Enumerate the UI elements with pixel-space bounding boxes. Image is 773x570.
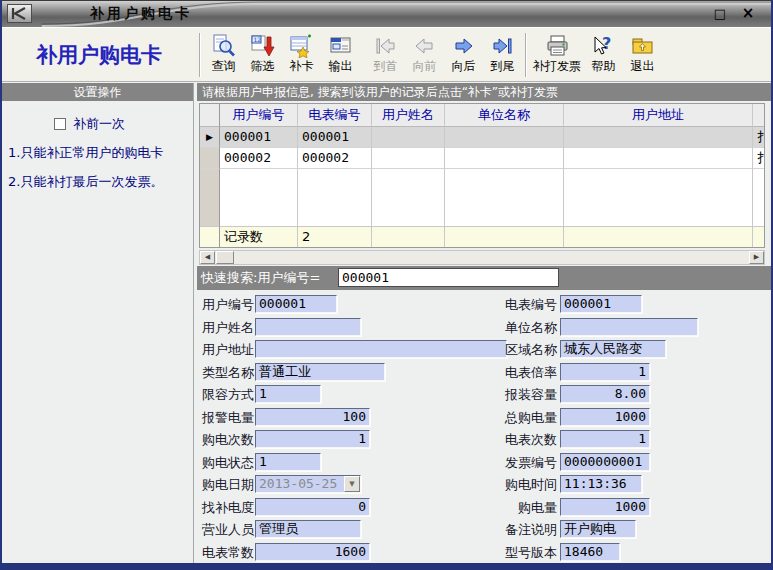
cell-user-id: 000001 <box>220 127 298 148</box>
reissue-card-button[interactable]: 补卡 <box>282 32 321 77</box>
go-prev-button[interactable]: 向前 <box>405 32 444 77</box>
field-user-name[interactable] <box>255 318 361 336</box>
reprint-invoice-button-label: 补打发票 <box>533 58 581 75</box>
field-area-name[interactable]: 城东人民路变 <box>560 340 666 358</box>
scroll-left-button[interactable]: ◀ <box>200 251 215 264</box>
column-header-meter-id[interactable]: 电表编号 <box>298 104 372 127</box>
field-user-id[interactable]: 000001 <box>255 295 337 313</box>
column-header-user-address[interactable]: 用户地址 <box>564 104 753 127</box>
field-user-address[interactable] <box>255 340 507 358</box>
filter-icon: 12 <box>250 34 275 58</box>
go-first-icon <box>373 34 398 58</box>
replenish-previous-checkbox-row[interactable]: 补前一次 <box>54 115 125 133</box>
field-label-model-version: 型号版本 <box>492 543 557 562</box>
table-horizontal-scrollbar[interactable]: ◀ ▶ <box>199 250 765 265</box>
cell-overflow: 扌 <box>753 127 764 148</box>
dropdown-arrow-icon[interactable]: ▼ <box>344 476 360 492</box>
cell-unit-name <box>445 148 564 169</box>
svg-text:12: 12 <box>254 36 262 43</box>
field-capacity-limit-mode[interactable]: 1 <box>255 385 321 403</box>
field-label-alarm-energy: 报警电量 <box>200 408 254 427</box>
field-remarks[interactable]: 开户购电 <box>560 520 636 538</box>
field-label-purchase-count: 购电次数 <box>200 430 254 449</box>
field-label-purchase-time: 购电时间 <box>492 475 557 494</box>
field-meter-constant[interactable]: 1600 <box>255 543 370 561</box>
field-unit-name[interactable] <box>560 318 698 336</box>
table-row[interactable]: 000002 000002 扌 <box>200 148 764 169</box>
field-purchase-status[interactable]: 1 <box>255 453 321 471</box>
table-row[interactable]: ▶ 000001 000001 扌 <box>200 127 764 148</box>
field-purchase-time[interactable]: 11:13:36 <box>560 475 642 493</box>
field-meter-id[interactable]: 000001 <box>560 295 642 313</box>
checkbox-unchecked[interactable] <box>54 118 66 130</box>
column-header-user-name[interactable]: 用户姓名 <box>372 104 445 127</box>
table-footer-row: 记录数 2 <box>200 226 764 247</box>
exit-button[interactable]: 退出 <box>623 32 662 77</box>
field-adjust-energy[interactable]: 0 <box>255 498 370 516</box>
cell-overflow: 扌 <box>753 148 764 169</box>
help-button[interactable]: ? 帮助 <box>584 32 623 77</box>
scroll-right-button[interactable]: ▶ <box>749 251 764 264</box>
field-invoice-number[interactable]: 0000000001 <box>560 453 650 471</box>
cell-user-name <box>372 127 445 148</box>
toolbar-separator <box>525 33 527 77</box>
help-icon: ? <box>591 34 616 58</box>
export-icon <box>328 34 353 58</box>
printer-icon <box>545 34 570 58</box>
scrollbar-thumb[interactable] <box>216 251 234 264</box>
go-next-button[interactable]: 向后 <box>444 32 483 77</box>
field-meter-count[interactable]: 1 <box>560 430 650 448</box>
field-label-meter-count: 电表次数 <box>492 430 557 449</box>
field-label-capacity-limit-mode: 限容方式 <box>200 385 254 404</box>
row-indicator-header <box>200 104 220 127</box>
toolbar-separator <box>199 33 201 77</box>
column-header-unit-name[interactable]: 单位名称 <box>445 104 564 127</box>
field-label-meter-id: 电表编号 <box>492 295 557 314</box>
quick-search-label: 快速搜索:用户编号= <box>201 270 320 285</box>
cell-user-address <box>564 127 753 148</box>
sidebar-note-2: 2.只能补打最后一次发票。 <box>8 173 163 191</box>
close-button[interactable]: × <box>737 5 759 22</box>
quick-search-input[interactable] <box>338 268 559 287</box>
go-last-icon <box>490 34 515 58</box>
selected-row-marker-icon: ▶ <box>200 127 220 148</box>
field-operator[interactable]: 管理员 <box>255 520 361 538</box>
go-first-button[interactable]: 到首 <box>366 32 405 77</box>
go-first-button-label: 到首 <box>374 58 398 75</box>
filter-button-label: 筛选 <box>251 58 275 75</box>
field-label-invoice-number: 发票编号 <box>492 453 557 472</box>
main-panel: 请根据用户申报信息, 搜索到该用户的记录后点击“补卡”或补打发票 用户编号 电表… <box>197 83 771 563</box>
field-type-name[interactable]: 普通工业 <box>255 363 385 381</box>
app-logo-icon <box>7 4 32 23</box>
query-button[interactable]: 查询 <box>204 32 243 77</box>
field-purchase-count[interactable]: 1 <box>255 430 370 448</box>
go-last-button[interactable]: 到尾 <box>483 32 522 77</box>
search-icon <box>211 34 236 58</box>
column-header-user-id[interactable]: 用户编号 <box>220 104 298 127</box>
record-count-label: 记录数 <box>220 226 298 247</box>
field-purchase-amount[interactable]: 1000 <box>560 498 650 516</box>
field-meter-ratio[interactable]: 1 <box>560 363 650 381</box>
toolbar: 补用户购电卡 查询 12 筛选 <box>2 27 771 82</box>
reissue-card-button-label: 补卡 <box>290 58 314 75</box>
field-alarm-energy[interactable]: 100 <box>255 408 370 426</box>
exit-button-label: 退出 <box>631 58 655 75</box>
field-purchase-date[interactable]: 2013-05-25 ▼ <box>255 475 361 493</box>
window-title: 补用户购电卡 <box>90 5 192 23</box>
field-installed-capacity[interactable]: 8.00 <box>560 385 650 403</box>
reprint-invoice-button[interactable]: 补打发票 <box>530 32 584 77</box>
sidebar: 设置操作 补前一次 1.只能补正常用户的购电卡 2.只能补打最后一次发票。 <box>2 83 194 563</box>
field-label-type-name: 类型名称 <box>200 363 254 382</box>
maximize-button[interactable]: □ <box>709 5 731 22</box>
title-bar: 补用户购电卡 □ × <box>2 1 771 27</box>
field-label-unit-name: 单位名称 <box>492 318 557 337</box>
user-records-table: 用户编号 电表编号 用户姓名 单位名称 用户地址 ▶ 000001 000001… <box>199 103 765 248</box>
field-total-purchased[interactable]: 1000 <box>560 408 650 426</box>
export-button[interactable]: 输出 <box>321 32 360 77</box>
field-label-adjust-energy: 找补电度 <box>200 498 254 517</box>
sidebar-note-1: 1.只能补正常用户的购电卡 <box>8 144 163 162</box>
row-indicator <box>200 148 220 169</box>
field-model-version[interactable]: 18460 <box>560 543 620 561</box>
filter-button[interactable]: 12 筛选 <box>243 32 282 77</box>
field-label-purchase-amount: 购电量 <box>492 498 557 517</box>
